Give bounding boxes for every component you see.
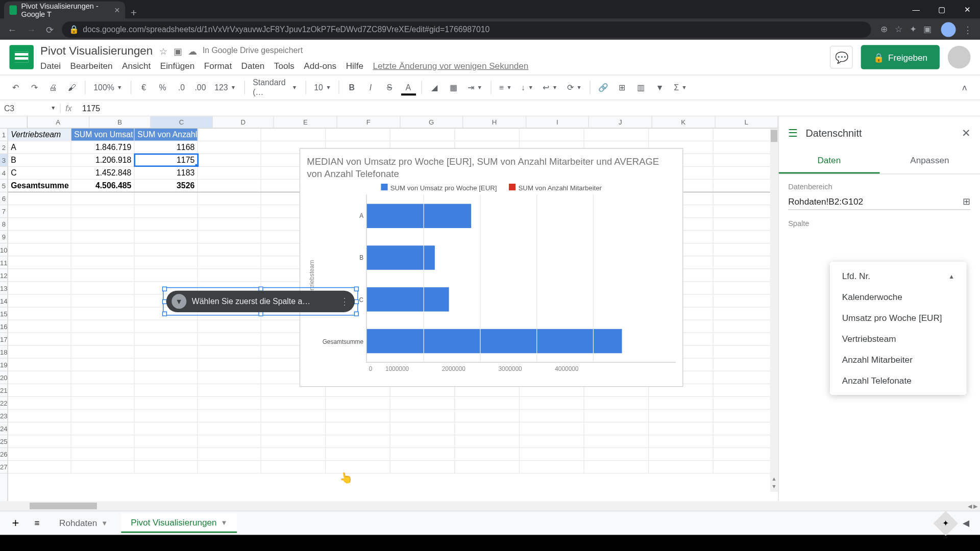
column-header[interactable]: K: [652, 116, 715, 128]
cell[interactable]: [8, 461, 71, 473]
column-header[interactable]: A: [28, 116, 89, 128]
wrap-icon[interactable]: ↩▼: [538, 83, 561, 92]
menu-hilfe[interactable]: Hilfe: [346, 60, 363, 70]
italic-icon[interactable]: I: [362, 80, 379, 96]
cell[interactable]: [8, 320, 71, 333]
cell[interactable]: [8, 397, 71, 409]
cell[interactable]: [390, 448, 455, 460]
cell[interactable]: [135, 192, 198, 205]
cell[interactable]: [71, 282, 135, 294]
bold-icon[interactable]: B: [343, 80, 360, 96]
row-header[interactable]: 13: [0, 282, 8, 295]
cell[interactable]: [71, 384, 135, 396]
row-header[interactable]: 20: [0, 371, 8, 384]
cell[interactable]: [71, 422, 135, 435]
cell[interactable]: [135, 346, 198, 358]
column-header[interactable]: C: [151, 116, 213, 128]
cell[interactable]: A: [8, 141, 71, 154]
cell[interactable]: [71, 192, 135, 205]
cell[interactable]: [71, 397, 135, 409]
dropdown-option[interactable]: Kalenderwoche: [830, 287, 967, 308]
cell[interactable]: [8, 448, 71, 460]
cell[interactable]: 1168: [135, 141, 198, 154]
cell[interactable]: [8, 422, 71, 435]
cell[interactable]: [135, 205, 198, 217]
cell[interactable]: [390, 461, 455, 473]
merge-icon[interactable]: ⇥▼: [463, 83, 486, 92]
back-icon[interactable]: ←: [6, 22, 19, 36]
row-header[interactable]: 26: [0, 448, 8, 461]
explore-button[interactable]: ✦: [934, 511, 958, 535]
decimal-increase-icon[interactable]: .00: [191, 80, 209, 96]
row-header[interactable]: 18: [0, 346, 8, 359]
cell[interactable]: [8, 333, 71, 345]
cell[interactable]: [8, 269, 71, 281]
row-header[interactable]: 15: [0, 308, 8, 320]
row-header[interactable]: 21: [0, 384, 8, 397]
extensions-icon[interactable]: ✦: [910, 24, 917, 34]
cell[interactable]: Gesamtsumme: [8, 180, 71, 192]
cell[interactable]: [455, 422, 520, 435]
cell[interactable]: [135, 333, 198, 345]
cell[interactable]: [135, 435, 198, 447]
zoom-icon[interactable]: ⊕: [880, 24, 888, 34]
filter-icon[interactable]: ▼: [651, 80, 668, 96]
slicer-object[interactable]: ▼ Wählen Sie zuerst die Spalte a… ⋮ 👆: [165, 289, 356, 313]
cell[interactable]: [714, 269, 778, 281]
row-header[interactable]: 16: [0, 320, 8, 333]
row-header[interactable]: 17: [0, 333, 8, 346]
cell[interactable]: SUM von Umsat: [71, 129, 135, 141]
row-header[interactable]: 1: [0, 129, 8, 141]
cell[interactable]: [326, 397, 390, 409]
cell[interactable]: [71, 308, 135, 320]
cell[interactable]: [326, 410, 390, 422]
resize-handle[interactable]: [354, 312, 359, 316]
cell[interactable]: [326, 461, 390, 473]
cell[interactable]: [261, 448, 326, 460]
column-header[interactable]: B: [89, 116, 151, 128]
column-header[interactable]: D: [212, 116, 274, 128]
cell[interactable]: [8, 410, 71, 422]
cell[interactable]: [71, 295, 135, 307]
cell[interactable]: [135, 410, 198, 422]
dropdown-option[interactable]: Umsatz pro Woche [EUR]: [830, 308, 967, 329]
row-header[interactable]: 19: [0, 359, 8, 371]
borders-icon[interactable]: ▦: [445, 80, 462, 96]
cell[interactable]: [71, 448, 135, 460]
cell[interactable]: [649, 461, 714, 473]
column-header[interactable]: J: [589, 116, 652, 128]
menu-tools[interactable]: Tools: [274, 60, 295, 70]
cell[interactable]: [584, 461, 649, 473]
column-header[interactable]: F: [337, 116, 400, 128]
row-header[interactable]: 24: [0, 422, 8, 435]
cell[interactable]: [8, 384, 71, 396]
cell[interactable]: [584, 435, 649, 447]
cell[interactable]: [714, 231, 778, 243]
slicer-menu-icon[interactable]: ⋮: [340, 296, 349, 307]
cell[interactable]: [71, 205, 135, 217]
spreadsheet-grid[interactable]: ABCDEFGHIJKL 123456789101112131415161718…: [0, 116, 778, 501]
dropdown-option[interactable]: Anzahl Mitarbeiter: [830, 349, 967, 370]
new-tab-button[interactable]: +: [125, 7, 142, 19]
zoom-select[interactable]: 100%▼: [89, 83, 126, 92]
row-header[interactable]: 27: [0, 461, 8, 473]
cell[interactable]: [326, 448, 390, 460]
cell[interactable]: [649, 397, 714, 409]
cell[interactable]: [584, 129, 649, 141]
row-header[interactable]: 12: [0, 269, 8, 282]
filter-icon[interactable]: ▼: [172, 294, 186, 309]
cell[interactable]: [714, 282, 778, 294]
cell[interactable]: [520, 461, 584, 473]
cell[interactable]: [198, 141, 261, 154]
cell[interactable]: [8, 192, 71, 205]
row-header[interactable]: 9: [0, 231, 8, 243]
cell[interactable]: [8, 282, 71, 294]
cell[interactable]: [135, 384, 198, 396]
cell[interactable]: [198, 218, 261, 230]
star-doc-icon[interactable]: ☆: [159, 45, 168, 56]
cell[interactable]: [326, 129, 390, 141]
cell[interactable]: [71, 333, 135, 345]
cell[interactable]: [135, 218, 198, 230]
cell[interactable]: [326, 422, 390, 435]
cell[interactable]: [520, 129, 584, 141]
